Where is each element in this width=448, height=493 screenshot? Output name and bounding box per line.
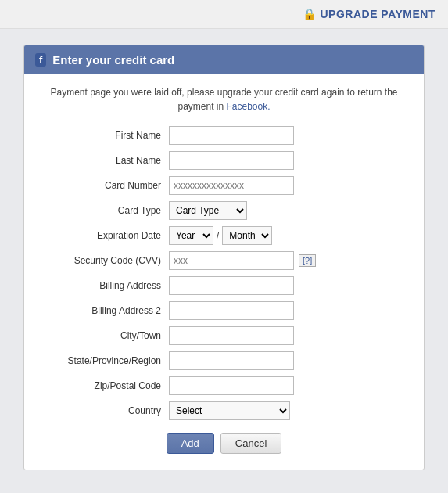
facebook-link[interactable]: Facebook. bbox=[227, 101, 271, 112]
cvv-help-button[interactable]: [?] bbox=[299, 254, 316, 267]
main-container: f Enter your credit card Payment page yo… bbox=[0, 29, 448, 486]
card-header: f Enter your credit card bbox=[24, 45, 424, 74]
card-type-field: Card Type Visa MasterCard American Expre… bbox=[169, 201, 408, 220]
first-name-row: First Name bbox=[40, 126, 408, 145]
zip-input[interactable] bbox=[169, 376, 294, 395]
card-type-select[interactable]: Card Type Visa MasterCard American Expre… bbox=[169, 201, 247, 220]
facebook-icon: f bbox=[35, 53, 46, 67]
info-text: Payment page you were laid off, please u… bbox=[40, 85, 408, 113]
billing-address2-field bbox=[169, 301, 408, 320]
card-number-row: Card Number bbox=[40, 176, 408, 195]
country-row: Country Select United States United King… bbox=[40, 401, 408, 420]
billing-address-label: Billing Address bbox=[40, 280, 169, 291]
expiry-field: Year 2024 2025 2026 2027 2028 / Month 01… bbox=[169, 226, 408, 245]
cvv-label: Security Code (CVV) bbox=[40, 255, 169, 266]
card-body: Payment page you were laid off, please u… bbox=[24, 74, 424, 470]
city-label: City/Town bbox=[40, 330, 169, 341]
payment-card: f Enter your credit card Payment page yo… bbox=[23, 45, 425, 470]
button-row: Add Cancel bbox=[40, 433, 408, 454]
city-row: City/Town bbox=[40, 326, 408, 345]
year-select[interactable]: Year 2024 2025 2026 2027 2028 bbox=[169, 226, 213, 245]
state-label: State/Province/Region bbox=[40, 355, 169, 366]
zip-row: Zip/Postal Code bbox=[40, 376, 408, 395]
expiry-separator: / bbox=[217, 230, 219, 241]
billing-address-input[interactable] bbox=[169, 276, 294, 295]
billing-address2-input[interactable] bbox=[169, 301, 294, 320]
last-name-field bbox=[169, 151, 408, 170]
country-select[interactable]: Select United States United Kingdom Cana… bbox=[169, 401, 290, 420]
top-bar: 🔒 UPGRADE PAYMENT bbox=[0, 0, 448, 29]
cvv-row: Security Code (CVV) [?] bbox=[40, 251, 408, 270]
add-button[interactable]: Add bbox=[167, 433, 214, 454]
card-type-label: Card Type bbox=[40, 205, 169, 216]
card-header-title: Enter your credit card bbox=[52, 53, 174, 67]
card-type-row: Card Type Card Type Visa MasterCard Amer… bbox=[40, 201, 408, 220]
city-input[interactable] bbox=[169, 326, 294, 345]
cancel-button[interactable]: Cancel bbox=[220, 433, 281, 454]
last-name-label: Last Name bbox=[40, 155, 169, 166]
page-title: UPGRADE PAYMENT bbox=[320, 8, 435, 20]
state-input[interactable] bbox=[169, 351, 294, 370]
month-select[interactable]: Month 01 02 03 04 05 06 07 08 09 10 11 1… bbox=[222, 226, 272, 245]
lock-icon: 🔒 bbox=[303, 8, 316, 20]
last-name-input[interactable] bbox=[169, 151, 294, 170]
country-field: Select United States United Kingdom Cana… bbox=[169, 401, 408, 420]
footer: Facebook will save your payment informat… bbox=[0, 486, 448, 493]
billing-address-row: Billing Address bbox=[40, 276, 408, 295]
first-name-label: First Name bbox=[40, 130, 169, 141]
card-number-label: Card Number bbox=[40, 180, 169, 191]
card-number-input[interactable] bbox=[169, 176, 294, 195]
cvv-input[interactable] bbox=[169, 251, 294, 270]
billing-address2-row: Billing Address 2 bbox=[40, 301, 408, 320]
cvv-field: [?] bbox=[169, 251, 408, 270]
first-name-input[interactable] bbox=[169, 126, 294, 145]
country-label: Country bbox=[40, 405, 169, 416]
card-number-field bbox=[169, 176, 408, 195]
state-field bbox=[169, 351, 408, 370]
state-row: State/Province/Region bbox=[40, 351, 408, 370]
zip-label: Zip/Postal Code bbox=[40, 380, 169, 391]
first-name-field bbox=[169, 126, 408, 145]
last-name-row: Last Name bbox=[40, 151, 408, 170]
expiry-label: Expiration Date bbox=[40, 230, 169, 241]
billing-address2-label: Billing Address 2 bbox=[40, 305, 169, 316]
zip-field bbox=[169, 376, 408, 395]
billing-address-field bbox=[169, 276, 408, 295]
expiry-row: Expiration Date Year 2024 2025 2026 2027… bbox=[40, 226, 408, 245]
city-field bbox=[169, 326, 408, 345]
